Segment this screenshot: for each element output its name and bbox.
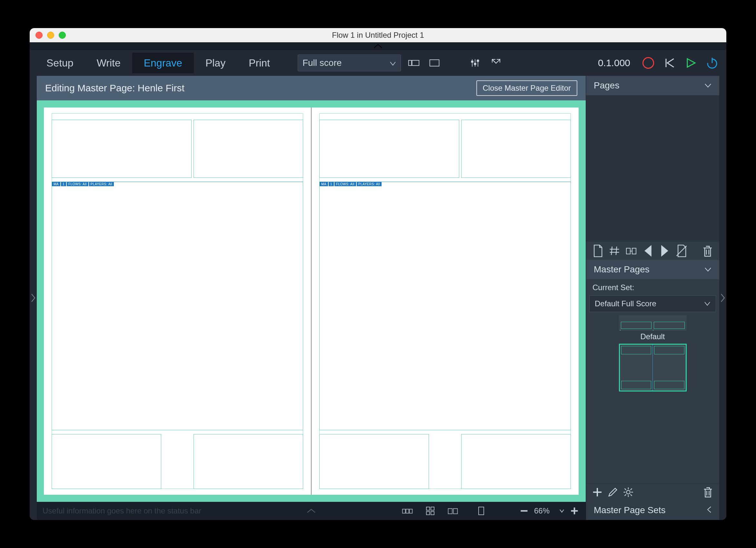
mode-write[interactable]: Write [85, 53, 132, 73]
frame-tag-players: PLAYERS: All [89, 182, 114, 186]
mixer-icon[interactable] [466, 56, 484, 70]
right-panel: Pages + Master Pages Current Set: [586, 76, 719, 520]
master-pages-title: Master Pages [594, 264, 650, 275]
fullscreen-icon[interactable] [487, 56, 505, 70]
page-right-icon[interactable] [659, 245, 671, 256]
master-page-item-default[interactable]: Default [619, 315, 687, 341]
svg-rect-8 [477, 60, 479, 61]
top-reveal-handle[interactable] [30, 42, 726, 50]
svg-rect-31 [626, 248, 630, 254]
master-page-editor-header: Editing Master Page: Henle First Close M… [37, 76, 586, 100]
svg-rect-7 [474, 63, 476, 65]
svg-line-48 [625, 494, 626, 496]
frame-tag-ma: MA [320, 182, 328, 186]
frame-tag-flows: FLOWS: All [67, 182, 88, 186]
text-frame[interactable] [194, 120, 303, 178]
frame-tag-number: 1 [329, 182, 334, 186]
svg-rect-1 [412, 60, 419, 65]
bottom-reveal-handle[interactable] [37, 509, 586, 513]
transport-time: 0.1.000 [598, 57, 630, 68]
svg-line-46 [631, 494, 632, 496]
delete-master-page-icon[interactable] [702, 487, 713, 498]
svg-marker-34 [661, 245, 668, 256]
layout-selector-value: Full score [303, 58, 342, 68]
tab-layout-icon[interactable] [405, 56, 423, 70]
page-canvas[interactable]: MA 1 FLOWS: All PLAYERS: All [37, 100, 586, 502]
svg-marker-10 [687, 59, 695, 67]
current-set-label: Current Set: [586, 279, 719, 294]
titlebar: Flow 1 in Untitled Project 1 [30, 28, 726, 42]
svg-line-47 [631, 488, 632, 490]
svg-rect-0 [409, 60, 412, 65]
page-spread: MA 1 FLOWS: All PLAYERS: All [44, 107, 579, 495]
main-toolbar: Setup Write Engrave Play Print Full scor… [30, 50, 726, 76]
new-page-icon[interactable]: + [592, 245, 603, 256]
master-page-set-selector[interactable]: Default Full Score [589, 295, 716, 312]
layout-selector[interactable]: Full score [298, 55, 401, 71]
remove-override-icon[interactable] [676, 245, 687, 256]
frame-tag-flows: FLOWS: All [334, 182, 356, 186]
add-master-page-icon[interactable] [592, 487, 603, 498]
page-number-icon[interactable] [609, 245, 620, 256]
settings-master-page-icon[interactable] [623, 487, 634, 498]
svg-marker-33 [644, 245, 652, 256]
left-page: MA 1 FLOWS: All PLAYERS: All [44, 107, 311, 495]
rewind-button[interactable] [661, 56, 679, 70]
svg-rect-2 [430, 60, 439, 66]
mode-setup[interactable]: Setup [35, 53, 85, 73]
pages-panel-body [586, 95, 719, 242]
frame-tag-players: PLAYERS: All [357, 182, 382, 186]
power-button[interactable] [703, 56, 721, 70]
svg-line-45 [625, 488, 626, 490]
mode-engrave[interactable]: Engrave [132, 53, 194, 73]
edit-master-page-icon[interactable] [607, 487, 618, 498]
right-page: MA 1 FLOWS: All PLAYERS: All [311, 107, 579, 495]
right-panel-toggle[interactable] [719, 76, 726, 520]
master-page-item-henle-first[interactable] [619, 344, 687, 392]
pages-panel-header[interactable]: Pages [586, 76, 719, 95]
mode-play[interactable]: Play [194, 53, 237, 73]
master-page-sets-header[interactable]: Master Page Sets [586, 501, 719, 520]
master-pages-body: Current Set: Default Full Score Default [586, 279, 719, 501]
text-frame[interactable] [461, 120, 571, 178]
page-left-icon[interactable] [642, 245, 654, 256]
svg-line-27 [611, 246, 612, 255]
swap-pages-icon[interactable] [625, 245, 637, 256]
text-frame[interactable] [52, 434, 161, 489]
editor-heading: Editing Master Page: Henle First [45, 83, 184, 94]
delete-page-icon[interactable] [702, 245, 713, 256]
left-panel-toggle[interactable] [30, 76, 37, 520]
pages-toolbar: + [586, 242, 719, 260]
chevron-down-icon [704, 266, 711, 273]
svg-rect-6 [471, 61, 473, 62]
master-pages-panel-header[interactable]: Master Pages [586, 260, 719, 279]
play-button[interactable] [682, 56, 700, 70]
text-frame[interactable] [319, 434, 429, 489]
close-master-page-editor-button[interactable]: Close Master Page Editor [476, 80, 577, 96]
frame-tag-number: 1 [61, 182, 66, 186]
chevron-down-icon [704, 82, 711, 89]
status-bar: Useful information goes here on the stat… [37, 502, 586, 520]
single-view-icon[interactable] [425, 56, 443, 70]
mode-print[interactable]: Print [237, 53, 282, 73]
master-pages-toolbar [586, 483, 719, 501]
frame-tag-ma: MA [52, 182, 60, 186]
music-frame[interactable]: MA 1 FLOWS: All PLAYERS: All [52, 182, 303, 430]
svg-line-28 [616, 246, 617, 255]
text-frame[interactable] [194, 434, 303, 489]
master-page-sets-title: Master Page Sets [594, 505, 666, 515]
app-window: Flow 1 in Untitled Project 1 Setup Write… [30, 28, 726, 520]
record-button[interactable] [639, 56, 657, 70]
music-frame[interactable]: MA 1 FLOWS: All PLAYERS: All [319, 182, 571, 430]
window-title: Flow 1 in Untitled Project 1 [30, 31, 726, 40]
text-frame[interactable] [319, 120, 459, 178]
chevron-left-icon [707, 506, 711, 515]
mode-tabs: Setup Write Engrave Play Print [35, 53, 282, 73]
svg-rect-32 [632, 248, 636, 254]
text-frame[interactable] [52, 120, 192, 178]
chevron-down-icon [390, 58, 396, 68]
set-selector-value: Default Full Score [595, 299, 656, 308]
text-frame[interactable] [461, 434, 571, 489]
master-page-label: Default [640, 332, 665, 341]
svg-point-40 [626, 490, 630, 494]
